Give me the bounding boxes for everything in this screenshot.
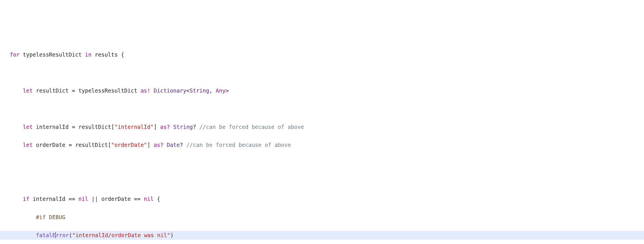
code-line[interactable] — [0, 159, 644, 168]
keyword-for: for — [10, 51, 19, 58]
identifier: internalId — [36, 124, 69, 130]
code-line[interactable]: for typelessResultDict in results { — [0, 50, 644, 59]
code-line[interactable]: let orderDate = resultDict["orderDate"] … — [0, 141, 644, 150]
code-line[interactable]: let resultDict = typelessResultDict as! … — [0, 86, 644, 95]
string-literal: "internalId" — [114, 124, 153, 130]
keyword-as: as! — [141, 87, 150, 94]
type: String — [173, 124, 193, 130]
comment: //can be forced because of above — [199, 124, 304, 130]
identifier: results { — [95, 51, 124, 58]
keyword-let: let — [23, 142, 33, 148]
keyword-let: let — [23, 87, 33, 94]
type: Any — [216, 87, 225, 94]
keyword-let: let — [23, 124, 33, 130]
code-editor[interactable]: for typelessResultDict in results { let … — [0, 41, 644, 244]
keyword-in: in — [85, 51, 91, 58]
string-literal: "orderDate" — [111, 142, 147, 148]
identifier: orderDate — [36, 142, 65, 148]
function-call: fatalE — [36, 232, 56, 238]
type: Dictionary — [154, 87, 186, 94]
identifier: resultDict — [36, 87, 69, 94]
text: = typelessResultDict — [69, 87, 141, 94]
keyword-if: if — [23, 196, 29, 202]
code-line[interactable]: #if DEBUG — [0, 213, 644, 222]
type: String — [190, 87, 209, 94]
keyword-nil: nil — [144, 196, 153, 202]
code-line-current[interactable]: fatalError("internalId/orderDate was nil… — [0, 231, 644, 240]
keyword-nil: nil — [79, 196, 88, 202]
preprocessor: DEBUG — [46, 214, 65, 220]
code-line[interactable] — [0, 105, 644, 114]
code-line[interactable] — [0, 68, 644, 77]
keyword-as: as? — [160, 124, 170, 130]
comment: //can be forced because of above — [186, 142, 291, 148]
string-literal: "internalId/orderDate was nil" — [72, 232, 170, 238]
function-call: rror — [56, 232, 69, 238]
code-line[interactable] — [0, 177, 644, 186]
type: Date — [167, 142, 180, 148]
preprocessor: #if — [36, 214, 46, 220]
keyword-as: as? — [154, 142, 163, 148]
code-line[interactable]: let internalId = resultDict["internalId"… — [0, 123, 644, 132]
identifier: typelessResultDict — [23, 51, 82, 58]
code-line[interactable]: if internalId == nil || orderDate == nil… — [0, 195, 644, 204]
